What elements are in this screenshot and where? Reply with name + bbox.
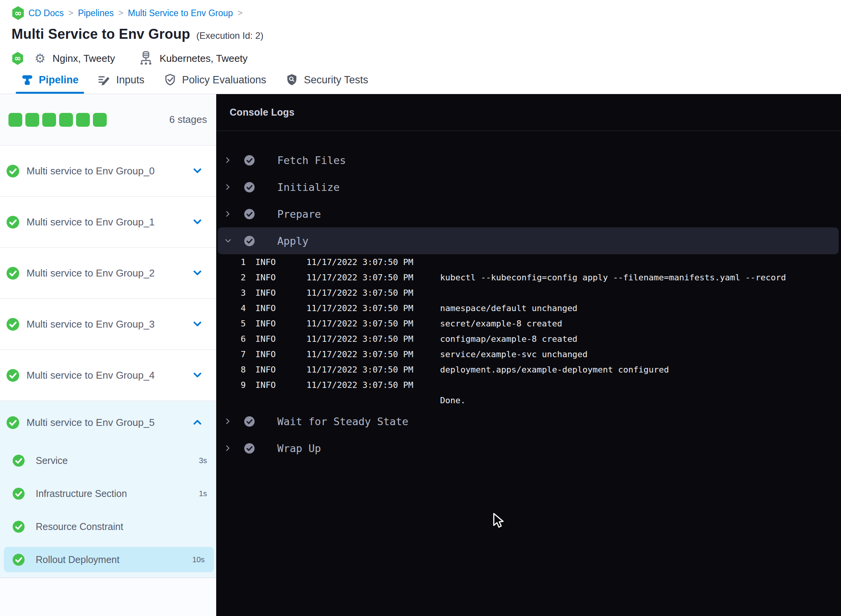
console-step-label: Fetch Files: [277, 154, 346, 166]
console-body: Fetch Files Initialize Prepare Apply: [216, 131, 841, 462]
tab-security-tests[interactable]: Security Tests: [285, 66, 368, 94]
step-duration: 3s: [199, 456, 207, 465]
console-logs-panel: Console Logs Fetch Files Initialize Prep…: [216, 94, 841, 616]
log-line: 7INFO11/17/2022 3:07:50 PMservice/exampl…: [216, 346, 841, 362]
log-timestamp: 11/17/2022 3:07:50 PM: [297, 365, 440, 374]
log-message: kubectl --kubeconfig=config apply --file…: [440, 273, 841, 282]
log-line: 3INFO11/17/2022 3:07:50 PM: [216, 285, 841, 300]
stage-label: Multi service to Env Group_4: [26, 369, 192, 381]
log-timestamp: 11/17/2022 3:07:50 PM: [297, 380, 440, 390]
stage-row-1[interactable]: Multi service to Env Group_1: [0, 197, 216, 248]
chevron-right-icon[interactable]: [225, 209, 232, 219]
stage-row-5[interactable]: Multi service to Env Group_5: [0, 401, 216, 444]
chevron-down-icon[interactable]: [192, 268, 202, 278]
log-level: INFO: [246, 349, 297, 359]
cd-stage-icon: ∞: [12, 52, 24, 65]
log-timestamp: 11/17/2022 3:07:50 PM: [297, 257, 440, 267]
chevron-right-icon[interactable]: [225, 156, 232, 165]
step-success-icon: [244, 236, 255, 246]
log-line: 1INFO11/17/2022 3:07:50 PM: [216, 254, 841, 270]
log-line: 2INFO11/17/2022 3:07:50 PMkubectl --kube…: [216, 270, 841, 285]
console-step-initialize[interactable]: Initialize: [216, 174, 841, 200]
log-line: 8INFO11/17/2022 3:07:50 PMdeployment.app…: [216, 362, 841, 377]
chevron-up-icon[interactable]: [192, 417, 202, 427]
step-success-icon: [244, 209, 255, 219]
log-timestamp: 11/17/2022 3:07:50 PM: [297, 288, 440, 298]
log-line-number: 1: [216, 257, 246, 267]
success-check-icon: [13, 521, 25, 533]
log-line-number: 5: [216, 319, 246, 328]
log-level: INFO: [246, 365, 297, 374]
stage-row-4[interactable]: Multi service to Env Group_4: [0, 350, 216, 401]
success-check-icon: [7, 318, 19, 331]
page-title: Multi Service to Env Group: [12, 26, 190, 42]
chevron-down-icon[interactable]: [192, 217, 202, 227]
console-step-wait-for-steady-state[interactable]: Wait for Steady State: [216, 408, 841, 435]
log-line-number: 6: [216, 334, 246, 344]
success-check-icon: [13, 554, 25, 566]
pipeline-execution-page: ∞ CD Docs > Pipelines > Multi Service to…: [0, 0, 841, 616]
stage-label: Multi service to Env Group_2: [26, 267, 192, 279]
tab-inputs[interactable]: Inputs: [98, 66, 145, 94]
log-message: namespace/default unchanged: [440, 303, 841, 313]
stage-progress-square: [25, 113, 39, 127]
stage-label: Multi service to Env Group_5: [26, 417, 192, 429]
tab-label: Security Tests: [304, 74, 368, 86]
step-row-rollout-deployment[interactable]: Rollout Deployment 10s: [4, 547, 214, 572]
sidebar-empty-area: [0, 578, 216, 616]
mouse-cursor: [493, 513, 504, 529]
stage-row-3[interactable]: Multi service to Env Group_3: [0, 299, 216, 350]
step-label: Service: [36, 455, 199, 466]
log-line-number: 9: [216, 380, 246, 390]
step-row-service[interactable]: Service 3s: [0, 444, 216, 477]
tab-policy-evaluations[interactable]: Policy Evaluations: [164, 66, 266, 94]
stage-label: Multi service to Env Group_1: [26, 216, 192, 228]
log-level: INFO: [246, 303, 297, 313]
console-log-output: 1INFO11/17/2022 3:07:50 PM 2INFO11/17/20…: [216, 254, 841, 408]
chevron-down-icon[interactable]: [192, 166, 202, 176]
success-check-icon: [7, 369, 19, 382]
log-message: secret/example-8 created: [440, 319, 841, 328]
stage-row-0[interactable]: Multi service to Env Group_0: [0, 146, 216, 197]
chevron-down-icon[interactable]: [192, 319, 202, 329]
step-row-infrastructure[interactable]: Infrastructure Section 1s: [0, 477, 216, 510]
tab-pipeline[interactable]: Pipeline: [21, 66, 79, 94]
step-success-icon: [244, 182, 255, 192]
step-row-resource-constraint[interactable]: Resource Constraint: [0, 510, 216, 543]
page-header: ∞ CD Docs > Pipelines > Multi Service to…: [0, 0, 841, 66]
log-line: 6INFO11/17/2022 3:07:50 PMconfigmap/exam…: [216, 331, 841, 346]
log-level: INFO: [246, 257, 297, 267]
chevron-down-icon[interactable]: [225, 236, 232, 245]
log-message: configmap/example-8 created: [440, 334, 841, 344]
console-step-wrap-up[interactable]: Wrap Up: [216, 435, 841, 462]
console-step-fetch-files[interactable]: Fetch Files: [216, 147, 841, 174]
chevron-right-icon[interactable]: [225, 417, 232, 426]
log-line-number: 3: [216, 288, 246, 298]
chevron-down-icon[interactable]: [192, 370, 202, 380]
console-header: Console Logs: [216, 94, 841, 131]
step-success-icon: [244, 443, 255, 454]
console-step-label: Apply: [277, 235, 308, 247]
chevron-right-icon[interactable]: [225, 444, 232, 453]
console-step-prepare[interactable]: Prepare: [216, 200, 841, 227]
stage-row-2[interactable]: Multi service to Env Group_2: [0, 248, 216, 299]
stage-progress-bar: [8, 113, 107, 127]
success-check-icon: [13, 455, 25, 467]
breadcrumb-item-pipelines[interactable]: Pipelines: [78, 8, 114, 18]
console-step-apply[interactable]: Apply: [218, 227, 839, 254]
log-line-number: 4: [216, 303, 246, 313]
services-gear-icon: ⚙: [35, 52, 46, 65]
step-duration: 1s: [199, 489, 207, 498]
breadcrumb-item-cd-docs[interactable]: CD Docs: [28, 8, 64, 18]
log-line-done: Done.: [216, 392, 841, 408]
stage-progress-square: [59, 113, 73, 127]
log-line: 9INFO11/17/2022 3:07:50 PM: [216, 377, 841, 392]
breadcrumb-separator-icon: >: [237, 8, 243, 18]
chevron-right-icon[interactable]: [225, 182, 232, 192]
step-duration: 10s: [192, 555, 205, 564]
execution-tabs: Pipeline Inputs Policy Evaluations: [0, 66, 841, 94]
console-title: Console Logs: [230, 107, 295, 118]
breadcrumb-item-pipeline-name[interactable]: Multi Service to Env Group: [128, 8, 233, 18]
environments-label: Kubernetes, Tweety: [160, 53, 248, 65]
step-label: Resource Constraint: [36, 521, 207, 532]
